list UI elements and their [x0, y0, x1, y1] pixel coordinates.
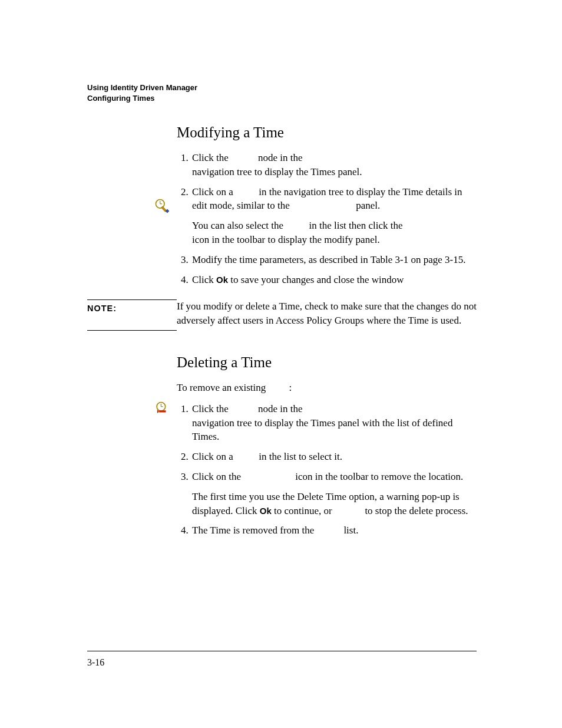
delete-time-icon — [154, 401, 174, 420]
note-body: If you modify or delete a Time, check to… — [177, 297, 477, 328]
step-2-note: You can also select the Time in the list… — [192, 219, 477, 247]
del-step-1: Click the Times node in the Identity Man… — [191, 402, 477, 444]
modifying-steps: Click the Times node in the Identity Man… — [177, 151, 477, 286]
del-step-4: The Time is removed from the Times list. — [191, 523, 477, 538]
header-line-1: Using Identity Driven Manager — [87, 83, 477, 93]
ok-label: Ok — [216, 275, 228, 285]
section2-body: To remove an existing Time: Click the Ti… — [177, 381, 477, 538]
deleting-intro: To remove an existing Time: — [177, 381, 477, 395]
ok-label-2: Ok — [260, 506, 272, 516]
header-line-2: Configuring Times — [87, 93, 477, 104]
document-page: Using Identity Driven Manager Configurin… — [0, 0, 562, 728]
note-block: NOTE: If you modify or delete a Time, ch… — [87, 297, 477, 328]
step-4: Click Ok to save your changes and close … — [191, 273, 477, 287]
step-3: Modify the time parameters, as described… — [191, 253, 477, 267]
step-1: Click the Times node in the Identity Man… — [191, 151, 477, 179]
del-step-3-note: The first time you use the Delete Time o… — [192, 490, 477, 518]
footer-rule — [87, 651, 477, 651]
heading-deleting: Deleting a Time — [177, 352, 477, 373]
del-step-2: Click on a Time in the list to select it… — [191, 450, 477, 464]
page-number: 3-16 — [87, 656, 104, 669]
step-2: Click on a Time in the navigation tree t… — [191, 185, 477, 247]
heading-modifying: Modifying a Time — [177, 122, 477, 143]
section1-body: Click the Times node in the Identity Man… — [177, 151, 477, 286]
modify-time-icon — [154, 198, 174, 218]
del-step-3: Click on the Delete Time icon in the too… — [191, 470, 477, 518]
deleting-steps: Click the Times node in the Identity Man… — [177, 402, 477, 538]
note-label: NOTE: — [87, 302, 177, 314]
running-header: Using Identity Driven Manager Configurin… — [87, 83, 477, 103]
